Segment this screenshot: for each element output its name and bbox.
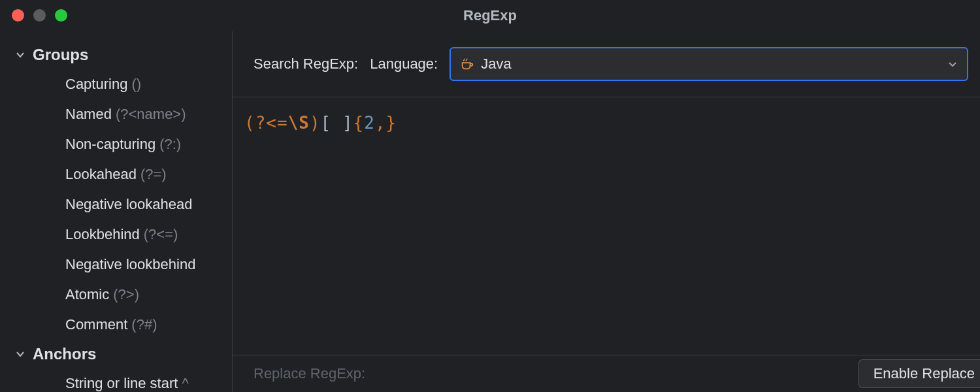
sidebar-group-groups[interactable]: Groups <box>0 41 232 69</box>
sidebar-item-label: Capturing <box>65 76 127 92</box>
regex-token: 2 <box>364 113 375 133</box>
window-body: Groups Capturing() Named(?<name>) Non-ca… <box>0 31 980 392</box>
close-window-button[interactable] <box>12 9 24 22</box>
regex-token: } <box>386 113 397 133</box>
sidebar-item-label: Lookbehind <box>65 226 140 242</box>
sidebar-item-hint: (?<name>) <box>116 106 186 122</box>
sidebar-item-label: String or line start <box>65 375 178 391</box>
sidebar-item-label: Named <box>65 106 112 122</box>
sidebar-item-hint: (?=) <box>140 166 167 182</box>
replace-row: Replace RegExp: Enable Replace <box>233 355 980 392</box>
sidebar-item-comment[interactable]: Comment(?#) <box>0 310 232 340</box>
regex-token: ) <box>310 113 321 133</box>
regex-token: ] <box>342 113 353 133</box>
sidebar-item-hint: ^ <box>182 375 188 391</box>
language-value: Java <box>481 56 511 73</box>
language-label: Language: <box>370 56 438 73</box>
search-regexp-editor[interactable]: (?<=\S)[ ]{2,} <box>233 97 980 355</box>
regex-token: \S <box>288 113 310 133</box>
sidebar-item-lookbehind[interactable]: Lookbehind(?<=) <box>0 220 232 250</box>
chevron-down-icon <box>947 59 958 69</box>
sidebar-item-label: Negative lookbehind <box>65 256 195 272</box>
sidebar-group-anchors-items: String or line start^ <box>0 368 232 392</box>
sidebar-item-capturing[interactable]: Capturing() <box>0 69 232 99</box>
sidebar-item-named[interactable]: Named(?<name>) <box>0 99 232 129</box>
main-panel: Search RegExp: Language: Java <box>233 31 980 392</box>
search-header-row: Search RegExp: Language: Java <box>233 31 980 97</box>
replace-regexp-label: Replace RegExp: <box>253 365 365 382</box>
window-controls <box>12 9 67 22</box>
enable-replace-label: Enable Replace <box>874 365 975 382</box>
sidebar-item-noncapturing[interactable]: Non-capturing(?:) <box>0 129 232 159</box>
sidebar-item-hint: (?>) <box>113 286 139 302</box>
sidebar-item-hint: (?:) <box>159 136 181 152</box>
sidebar-group-title: Groups <box>33 46 88 64</box>
sidebar-item-label: Atomic <box>65 286 109 302</box>
regex-reference-sidebar: Groups Capturing() Named(?<name>) Non-ca… <box>0 31 233 392</box>
sidebar-item-hint: (?<=) <box>144 226 178 242</box>
sidebar-item-hint: () <box>131 76 141 92</box>
sidebar-item-label: Comment <box>65 316 127 333</box>
titlebar: RegExp <box>0 0 980 31</box>
search-regexp-label: Search RegExp: <box>253 56 358 73</box>
coffee-cup-icon <box>460 57 474 71</box>
sidebar-item-atomic[interactable]: Atomic(?>) <box>0 280 232 310</box>
sidebar-item-label: Non-capturing <box>65 136 155 152</box>
regex-token: ?<= <box>255 113 288 133</box>
sidebar-item-hint: (?#) <box>131 316 157 333</box>
sidebar-item-label: Lookahead <box>65 166 137 182</box>
regex-token: { <box>353 113 365 133</box>
sidebar-item-lookahead[interactable]: Lookahead(?=) <box>0 159 232 189</box>
sidebar-item-label: Negative lookahead <box>65 196 192 212</box>
language-select[interactable]: Java <box>449 47 968 81</box>
chevron-down-icon <box>14 49 26 61</box>
regex-token: ( <box>244 113 255 133</box>
chevron-down-icon <box>14 348 26 360</box>
sidebar-group-anchors[interactable]: Anchors <box>0 340 232 368</box>
sidebar-item-neglookahead[interactable]: Negative lookahead <box>0 189 232 220</box>
enable-replace-button[interactable]: Enable Replace <box>858 359 980 388</box>
regexp-tool-window: RegExp Groups Capturing() Named(?<name>)… <box>0 0 980 392</box>
sidebar-group-title: Anchors <box>33 345 96 363</box>
regex-token <box>331 113 342 133</box>
window-title: RegExp <box>463 7 517 24</box>
sidebar-group-groups-items: Capturing() Named(?<name>) Non-capturing… <box>0 69 232 340</box>
regex-token: , <box>375 113 386 133</box>
regex-token: [ <box>321 113 332 133</box>
minimize-window-button[interactable] <box>33 9 46 22</box>
sidebar-item-string-start[interactable]: String or line start^ <box>0 368 232 392</box>
sidebar-item-neglookbehind[interactable]: Negative lookbehind <box>0 250 232 280</box>
zoom-window-button[interactable] <box>55 9 67 22</box>
